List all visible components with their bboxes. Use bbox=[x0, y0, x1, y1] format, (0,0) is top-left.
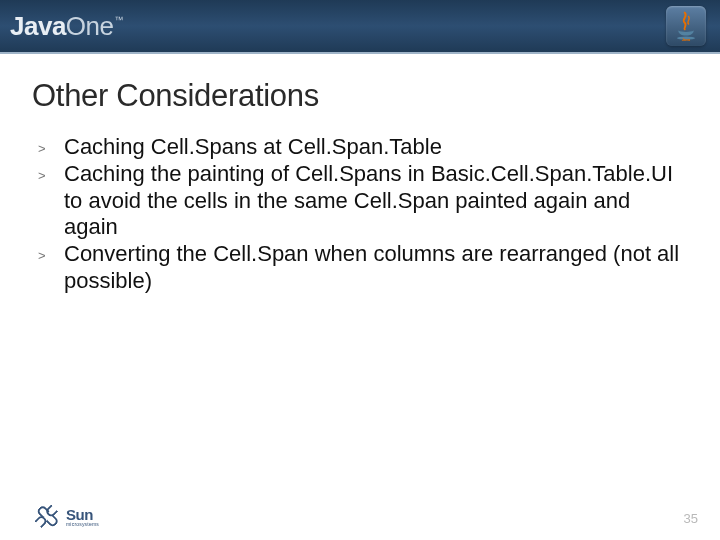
java-icon: Java bbox=[666, 6, 706, 46]
bullet-text: Caching the painting of Cell.Spans in Ba… bbox=[64, 161, 688, 241]
content-area: Other Considerations > Caching Cell.Span… bbox=[0, 54, 720, 540]
logo-text-java: Java bbox=[10, 11, 66, 42]
sun-text: Sun microsystems bbox=[66, 507, 99, 527]
bullet-marker: > bbox=[38, 161, 64, 184]
page-number: 35 bbox=[684, 511, 698, 530]
bullet-text: Caching Cell.Spans at Cell.Span.Table bbox=[64, 134, 688, 161]
java-word: Java bbox=[682, 38, 691, 42]
sun-text-small: microsystems bbox=[66, 522, 99, 527]
bullet-list: > Caching Cell.Spans at Cell.Span.Table … bbox=[32, 134, 688, 295]
sun-text-big: Sun bbox=[66, 507, 99, 522]
header-bar: JavaOne™ Java bbox=[0, 0, 720, 54]
list-item: > Caching Cell.Spans at Cell.Span.Table bbox=[38, 134, 688, 161]
bullet-marker: > bbox=[38, 241, 64, 264]
trademark-symbol: ™ bbox=[115, 15, 124, 25]
footer: Sun microsystems 35 bbox=[0, 484, 720, 540]
bullet-text: Converting the Cell.Span when columns ar… bbox=[64, 241, 688, 295]
slide-title: Other Considerations bbox=[32, 78, 688, 114]
list-item: > Converting the Cell.Span when columns … bbox=[38, 241, 688, 295]
logo-text-one: One bbox=[66, 11, 114, 42]
javaone-logo: JavaOne™ bbox=[10, 11, 122, 42]
slide: JavaOne™ Java Other Considerations > Cac… bbox=[0, 0, 720, 540]
bullet-marker: > bbox=[38, 134, 64, 157]
java-cup-icon: Java bbox=[673, 10, 699, 42]
list-item: > Caching the painting of Cell.Spans in … bbox=[38, 161, 688, 241]
sun-glyph-icon bbox=[29, 499, 66, 536]
sun-logo: Sun microsystems bbox=[34, 504, 99, 530]
